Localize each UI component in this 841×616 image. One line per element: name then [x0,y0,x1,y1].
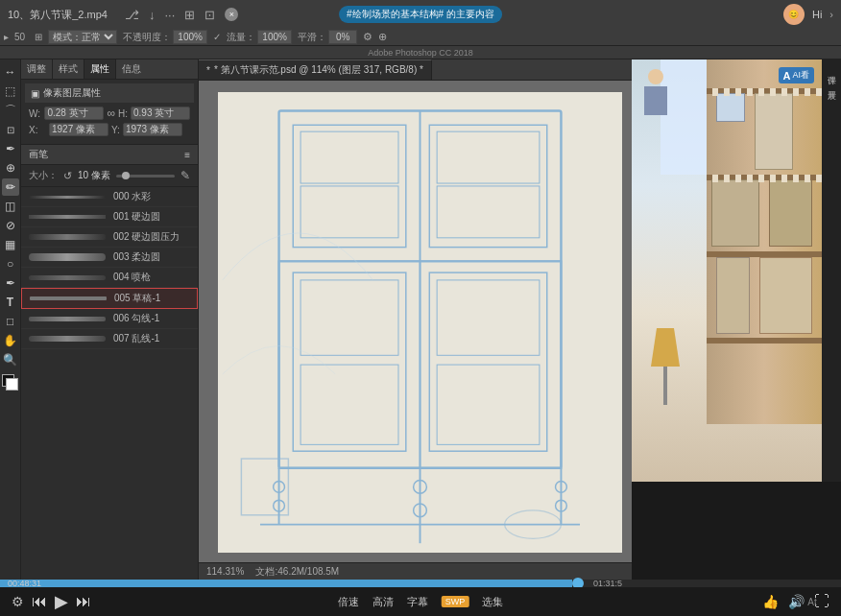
quality-btn[interactable]: 高清 [372,595,394,609]
y-label: Y: [111,125,120,135]
brush-stroke-001 [29,215,106,219]
zoom-tool[interactable]: 🔍 [2,351,19,368]
brush-item-002[interactable]: 002 硬边圆压力 [21,227,198,248]
next-icon[interactable]: ⏭ [76,593,91,610]
opacity-label: 不透明度： [123,31,171,44]
speed-btn[interactable]: 倍速 [338,595,359,609]
tab-adjust[interactable]: 调整 [21,59,53,79]
ai-badge[interactable]: A AI看 [779,67,814,83]
ps-menu-mode: ⊞ [35,32,42,42]
size-reset-icon[interactable]: ↺ [63,170,72,182]
brush-item-005[interactable]: 005 草稿-1 [21,288,198,309]
brush-edit-icon[interactable]: ✎ [180,169,190,182]
crop-icon[interactable]: ⊡ [204,8,215,22]
chevron-right-icon: › [829,9,833,20]
tab-properties[interactable]: 属性 [84,59,116,79]
shelf-item-2 [755,93,793,170]
figure-head [648,69,663,84]
sketch-drawing [218,92,622,553]
canvas-container: * * 第八节课示范.psd @ 114% (图层 317, RGB/8) * [199,59,632,580]
brush-name-000: 000 水彩 [113,190,151,203]
brush-panel-menu[interactable]: ≡ [184,150,190,160]
brush-stroke-000 [29,196,106,199]
brush-item-004[interactable]: 004 喷枪 [21,268,198,288]
like-icon[interactable]: 👍 [762,594,779,609]
gradient-tool[interactable]: ▦ [2,236,19,253]
lamp [651,328,680,405]
doc-size: 文档:46.2M/108.5M [255,565,339,579]
foreground-color[interactable] [2,374,19,391]
brush-item-003[interactable]: 003 柔边圆 [21,248,198,268]
brush-name-001: 001 硬边圆 [113,210,160,224]
section-header: ▣ 像素图层属性 [25,83,194,103]
smooth-label: 平滑： [298,31,326,44]
x-input[interactable] [49,123,108,136]
shape-tool[interactable]: □ [2,313,19,330]
mode-select[interactable]: 模式：正常 [48,30,117,44]
more-icon[interactable]: ··· [164,8,175,22]
brush-item-000[interactable]: 000 水彩 [21,187,198,207]
avatar[interactable]: 😊 [783,4,805,25]
brush-item-007[interactable]: 007 乱线-1 [21,329,198,349]
size-slider[interactable] [116,175,175,178]
text-tool[interactable]: T [2,294,19,311]
top-bar-right: 😊 Hi › [783,4,833,25]
lasso-tool[interactable]: ⌒ [2,102,19,119]
brush-item-001[interactable]: 001 硬边圆 [21,207,198,227]
flow-input[interactable] [257,30,292,44]
figure-body [644,86,667,115]
brush-item-006[interactable]: 006 勾线-1 [21,309,198,329]
opacity-input[interactable] [173,30,207,44]
prev-icon[interactable]: ⏮ [32,593,47,610]
swp-badge: SWP [442,596,469,607]
document-tab[interactable]: * * 第八节课示范.psd @ 114% (图层 317, RGB/8) * [199,59,432,80]
brush-tool[interactable]: ✏ [2,178,19,196]
gear-icon[interactable]: ⚙ [363,31,372,43]
crop-tool[interactable]: ⊡ [2,121,19,138]
download-icon[interactable]: ↓ [149,8,156,22]
lampshade [651,328,680,367]
player-controls: ⚙ ⏮ ▶ ⏭ [12,591,91,612]
h-label: H: [118,108,128,119]
right-panel: A AI看 课件 展开 [632,59,841,580]
canvas-area[interactable] [199,81,632,562]
dodge-tool[interactable]: ○ [2,255,19,272]
y-input[interactable] [123,123,182,136]
close-icon[interactable]: × [225,8,238,21]
top-bar: 10、第八节课_2.mp4 ⎇ ↓ ··· ⊞ ⊡ × #绘制场景的基本结构# … [0,0,841,29]
flow-label: 流量： [227,31,255,44]
hi-button[interactable]: Hi [812,9,822,20]
progress-bar[interactable]: 00:48:31 01:31:5 [0,580,841,587]
select-tool[interactable]: ⬚ [2,83,19,100]
healing-tool[interactable]: ⊕ [2,159,19,177]
clone-tool[interactable]: ◫ [2,198,19,215]
at-label: At [783,587,841,616]
h-input[interactable] [131,107,190,120]
status-bar: 114.31% 文档:46.2M/108.5M [199,562,632,580]
check-icon: ✓ [213,32,221,42]
subtitle-btn[interactable]: 字幕 [407,595,428,609]
eraser-tool[interactable]: ⊘ [2,217,19,234]
brush-settings-icon[interactable]: ⊕ [378,31,387,43]
room-photo [632,59,822,482]
progress-played [0,580,572,587]
w-input[interactable] [44,107,104,120]
tab-style[interactable]: 样式 [53,59,84,79]
shelf-unit [707,59,822,424]
smooth-input[interactable] [328,30,357,44]
tab-info[interactable]: 信息 [116,59,147,79]
settings-icon[interactable]: ⚙ [12,594,24,609]
eyedropper-tool[interactable]: ✒ [2,140,19,157]
share-icon[interactable]: ⎇ [125,8,139,22]
size-value: 10 像素 [78,169,110,182]
play-icon[interactable]: ▶ [55,591,68,612]
hand-tool[interactable]: ✋ [2,332,19,349]
lamp-stand [663,367,667,405]
move-tool[interactable]: ↔ [2,63,19,81]
pen-tool[interactable]: ✒ [2,274,19,292]
screen-icon[interactable]: ⊞ [184,8,195,22]
tab-label: * 第八节课示范.psd @ 114% (图层 317, RGB/8) * [214,63,423,77]
brush-name-007: 007 乱线-1 [113,332,159,345]
zoom-level: 114.31% [206,566,244,577]
select-btn[interactable]: 选集 [482,595,503,609]
